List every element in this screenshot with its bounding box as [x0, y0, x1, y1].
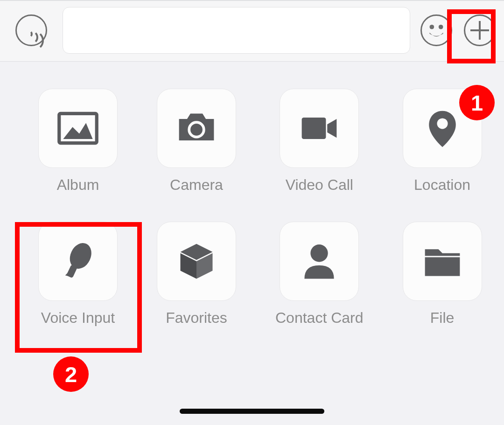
svg-point-1	[439, 25, 443, 29]
annotation-badge-1: 1	[459, 85, 495, 120]
svg-rect-3	[470, 29, 489, 31]
svg-rect-11	[66, 265, 77, 279]
grid-label: Video Call	[286, 176, 353, 194]
annotation-badge-2: 2	[53, 356, 89, 392]
svg-marker-5	[63, 123, 92, 139]
emoji-button[interactable]	[420, 14, 452, 46]
grid-item-camera[interactable]: Camera	[157, 89, 236, 194]
grid-item-contactcard[interactable]: Contact Card	[275, 222, 364, 327]
svg-rect-17	[425, 257, 460, 276]
folder-icon	[421, 240, 464, 283]
grid-item-voiceinput[interactable]: Voice Input	[38, 222, 118, 327]
grid-label: Favorites	[166, 309, 227, 327]
svg-marker-8	[328, 119, 337, 138]
svg-rect-7	[302, 118, 326, 139]
grid-label: Contact Card	[275, 309, 364, 327]
grid-label: Album	[57, 176, 99, 194]
grid-item-favorites[interactable]: Favorites	[157, 222, 236, 327]
svg-point-16	[311, 244, 328, 262]
cube-icon	[175, 240, 218, 283]
smiley-icon	[423, 17, 450, 44]
grid-label: Camera	[170, 176, 223, 194]
grid-label: File	[430, 309, 455, 327]
person-icon	[298, 240, 341, 283]
location-icon	[421, 107, 464, 150]
video-icon	[298, 107, 341, 150]
grid-item-file[interactable]: File	[403, 222, 482, 327]
grid-item-album[interactable]: Album	[38, 89, 118, 194]
camera-icon	[175, 107, 218, 150]
more-button[interactable]	[464, 14, 496, 46]
grid-label: Location	[414, 176, 470, 194]
plus-icon	[469, 19, 491, 42]
input-toolbar	[0, 0, 504, 62]
home-indicator[interactable]	[180, 409, 324, 414]
message-input[interactable]	[63, 7, 410, 54]
grid-item-videocall[interactable]: Video Call	[275, 89, 364, 194]
svg-point-0	[430, 25, 434, 29]
attachment-panel: Album Camera Video Call	[0, 62, 504, 327]
photo-icon	[56, 107, 99, 150]
voice-mode-button[interactable]	[15, 14, 47, 46]
mic-icon	[56, 240, 99, 283]
grid-label: Voice Input	[41, 309, 115, 327]
svg-point-9	[437, 118, 448, 129]
